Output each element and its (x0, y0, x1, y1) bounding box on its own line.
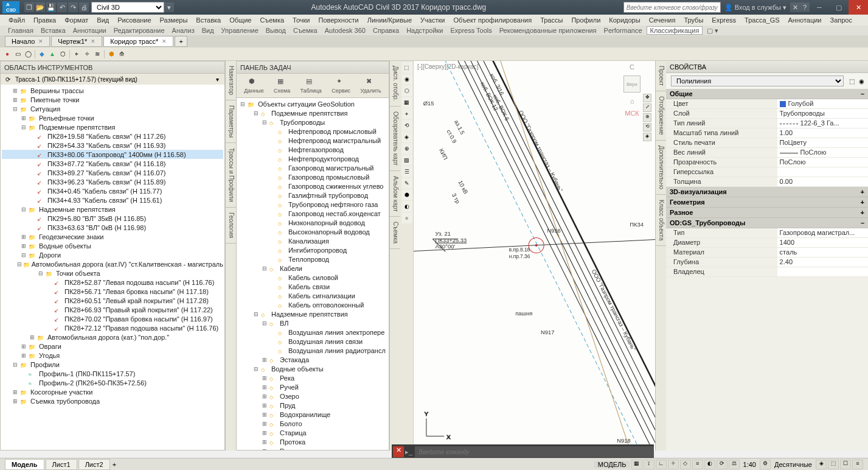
props-row[interactable]: ПрозрачностьПоСлою (666, 158, 868, 167)
tool-icon[interactable]: ⬡ (58, 49, 68, 59)
vp-tool-icon[interactable]: ⬡ (401, 85, 412, 96)
task-tree-item[interactable]: Высоконапорный водовод (238, 227, 387, 236)
vp-tool-icon[interactable]: ◉ (401, 74, 412, 85)
task-button[interactable]: ✖Удалить (360, 77, 381, 94)
tool-icon[interactable]: ▭ (13, 49, 23, 59)
layout-tab[interactable]: Лист2 (78, 459, 110, 470)
task-tree-item[interactable]: ⊟Водные объекты (238, 364, 387, 373)
task-tree-item[interactable]: Нефтепродуктопровод (238, 154, 387, 163)
menu-item[interactable]: Участки (417, 16, 448, 24)
close-button[interactable]: ✕ (849, 0, 868, 15)
ribbon-tab[interactable]: Express Tools (447, 27, 495, 34)
ribbon-tab-active[interactable]: Классификация (647, 26, 703, 35)
doc-tab[interactable]: Начало ✕ (5, 36, 50, 47)
task-tree-item[interactable]: ⊞Рукав (238, 446, 387, 450)
task-tree-item[interactable]: Газопровод сжиженных углево (238, 181, 387, 191)
task-tree-item[interactable]: ⊞Озеро (238, 391, 387, 401)
menu-item[interactable]: Съемка (256, 16, 288, 24)
ortho-icon[interactable]: ∟ (656, 460, 667, 469)
transparency-icon[interactable]: ◐ (704, 460, 715, 469)
props-side-tab[interactable]: Класс объекта (656, 195, 666, 246)
minimize-button[interactable]: ─ (810, 0, 829, 15)
print-icon[interactable]: 🖨 (79, 2, 89, 12)
task-button[interactable]: ▤Таблица (300, 77, 322, 94)
login-link[interactable]: 👤 Вход в службы ▾ (724, 4, 786, 12)
doc-tab[interactable]: Чертеж1* ✕ (51, 36, 102, 47)
ribbon-tab[interactable]: Справка (370, 27, 402, 34)
task-button[interactable]: ✦Сервис (332, 77, 350, 94)
new-tab-button[interactable]: + (175, 36, 187, 47)
tree-item[interactable]: ПК33+80.06 "Газопровод" 1400мм (Н 116.58… (2, 150, 223, 159)
tree-item[interactable]: ⊟Автомобильная дорога (кат.IV) "ст.Калит… (2, 259, 223, 268)
undo-icon[interactable]: ↶ (57, 2, 67, 12)
props-row[interactable]: Масштаб типа линий1.00 (666, 128, 868, 138)
tool-icon[interactable]: ◆ (37, 49, 47, 59)
clean-icon[interactable]: ☐ (840, 460, 851, 469)
props-row[interactable]: СлойТрубопроводы (666, 109, 868, 119)
menu-item[interactable]: Сечения (645, 16, 679, 24)
tree-item[interactable]: ПК28+19.58 "Кабель связи" (Н 117.26) (2, 132, 223, 141)
menu-item[interactable]: Поверхности (315, 16, 363, 24)
ribbon-expand-icon[interactable]: ▢ ▾ (704, 27, 721, 35)
tree-item[interactable]: Профиль-1 (ПК0-ПК115+17.57) (2, 369, 223, 378)
task-tree-item[interactable]: Газопровод магистральный (238, 163, 387, 172)
task-side-tab[interactable]: Дисп. отобр. (390, 61, 400, 107)
app-logo[interactable]: AC3D (2, 1, 19, 13)
tree-item[interactable]: ПК28+70.02 "Правая бровка насыпи" (Н 116… (2, 314, 223, 323)
workspace-select[interactable]: Civil 3D (91, 2, 164, 13)
tree-item[interactable]: ⊟Дороги (2, 250, 223, 259)
polar-icon[interactable]: ✧ (668, 460, 679, 469)
task-tree-item[interactable]: ⊞Ручей (238, 382, 387, 391)
task-tree-item[interactable]: ⊞Старица (238, 428, 387, 437)
vp-tool-icon[interactable]: ⟐ (401, 212, 412, 223)
add-layout-button[interactable]: + (113, 461, 116, 468)
props-category[interactable]: Разное+ (666, 208, 868, 218)
props-row[interactable]: Диаметр1400 (666, 238, 868, 248)
new-icon[interactable]: ❐ (24, 2, 34, 12)
tree-item[interactable]: ⊞Рельефные точки (2, 113, 223, 122)
tree-item[interactable]: Профиль-2 (ПК26+50-ПК35+72.56) (2, 378, 223, 387)
doc-tab[interactable]: Коридор трасс* ✕ (103, 36, 173, 47)
snap-icon[interactable]: ⟟ (644, 460, 654, 469)
tree-item[interactable]: ПК28+60.51 "Левый край покрытия" (Н 117.… (2, 296, 223, 305)
vp-tool-icon[interactable]: ⟲ (401, 120, 412, 131)
vp-tool-icon[interactable]: ▦ (401, 97, 412, 108)
save-icon[interactable]: 💾 (46, 2, 56, 12)
toolspace-root[interactable]: Трасса-1 (ПК0-ПК115+17.57) (текущий вид) (15, 76, 210, 83)
lineweight-icon[interactable]: ≡ (692, 460, 703, 469)
menu-item[interactable]: Общие (226, 16, 255, 24)
maximize-button[interactable]: ▢ (829, 0, 849, 15)
command-input[interactable] (415, 446, 654, 457)
task-tree-item[interactable]: Газопровод нестаб.конденсат (238, 209, 387, 218)
props-row[interactable]: Гиперссылка (666, 167, 868, 177)
close-tab-icon[interactable]: ✕ (91, 38, 95, 44)
tree-item[interactable]: ⊞Косогорные участки (2, 387, 223, 396)
props-row[interactable]: Тип линий122-6_3 Га... (666, 119, 868, 128)
task-tree-item[interactable]: Воздушная линия электропере (238, 328, 387, 337)
props-category[interactable]: Общие– (666, 89, 868, 99)
tool-icon[interactable]: ◯ (23, 49, 33, 59)
ws-dropdown-icon[interactable]: ▾ (164, 2, 174, 12)
cycling-icon[interactable]: ⟳ (717, 460, 727, 469)
help-icon[interactable]: ? (800, 2, 810, 12)
ribbon-tab[interactable]: Управление (218, 27, 262, 34)
menu-item[interactable]: Рисование (114, 16, 155, 24)
props-row[interactable]: Стиль печатиПоЦвету (666, 138, 868, 148)
menu-item[interactable]: Линии/Кривые (364, 16, 415, 24)
props-row[interactable]: Глубина2.40 (666, 258, 868, 267)
tree-item[interactable]: ⊞Автомобильная дорога (кат.) "пол.дор." (2, 332, 223, 342)
ribbon-tab[interactable]: Надстройки (403, 27, 446, 34)
redo-icon[interactable]: ↷ (68, 2, 78, 12)
task-tree-item[interactable]: ⊞Протока (238, 437, 387, 446)
tree-item[interactable]: ПК28+66.93 "Правый край покрытия" (Н 117… (2, 305, 223, 314)
close-tab-icon[interactable]: ✕ (38, 38, 43, 44)
task-tree-item[interactable]: Газлифтный трубопровод (238, 191, 387, 200)
ribbon-tab[interactable]: Анализ (169, 27, 198, 34)
menu-item[interactable]: Аннотации (785, 16, 825, 24)
ribbon-tab[interactable]: Autodesk 360 (322, 27, 369, 34)
menu-item[interactable]: Формат (61, 16, 92, 24)
tree-item[interactable]: ⊞Овраги (2, 342, 223, 351)
vp-tool-icon[interactable]: ☰ (401, 166, 412, 177)
task-tree-item[interactable]: Трубопровод нефтяного газа (238, 200, 387, 209)
model-mode-label[interactable]: МОДЕЛЬ (594, 461, 630, 468)
